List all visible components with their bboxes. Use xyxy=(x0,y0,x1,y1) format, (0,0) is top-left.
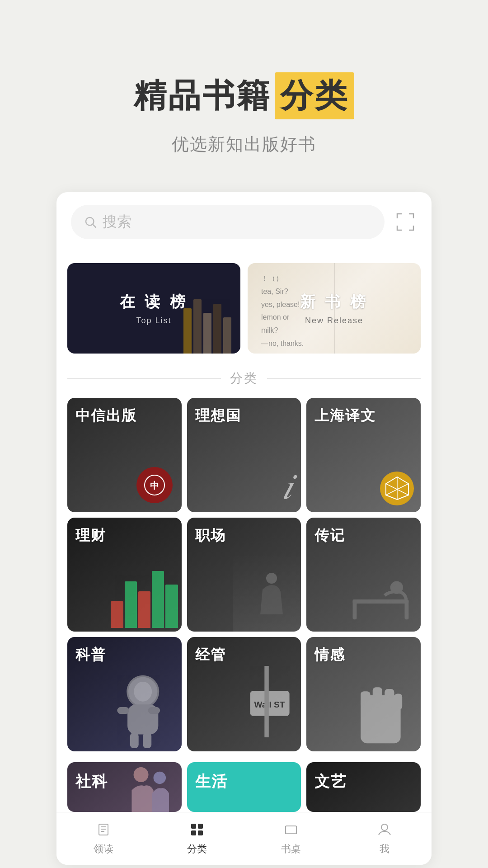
svg-rect-22 xyxy=(265,666,269,737)
licai-chart xyxy=(107,557,181,632)
svg-rect-27 xyxy=(394,694,403,710)
shanghai-emblem xyxy=(384,475,411,502)
zhuanji-decoration xyxy=(341,552,421,632)
nav-item-lingdu[interactable]: 领读 xyxy=(56,820,150,856)
banner-top-list[interactable]: 在 读 榜 Top List xyxy=(67,263,240,354)
category-wenyi[interactable]: 文艺 xyxy=(306,762,421,812)
shuzuo-icon xyxy=(283,821,299,838)
svg-point-8 xyxy=(266,573,277,584)
kepu-decoration xyxy=(96,666,181,751)
category-lixiangguo-label: 理想国 xyxy=(195,406,241,426)
category-kepu[interactable]: 科普 xyxy=(67,637,182,751)
books-decoration xyxy=(183,299,231,354)
svg-point-41 xyxy=(381,824,388,830)
search-placeholder-text: 搜索 xyxy=(103,212,131,232)
search-icon xyxy=(84,215,97,229)
category-zhuanji-label: 传记 xyxy=(314,526,345,546)
svg-line-1 xyxy=(93,225,96,228)
jingguan-decoration: Wall ST xyxy=(221,666,301,752)
title-part2-highlight: 分类 xyxy=(275,72,354,119)
banners-container: 在 读 榜 Top List ！（） tea, Sir? yes, please… xyxy=(56,252,432,361)
svg-rect-15 xyxy=(117,707,130,713)
nav-item-fenlei[interactable]: 分类 xyxy=(150,820,244,856)
user-icon xyxy=(376,821,393,838)
lixiangguo-decoration: 𝑖 xyxy=(282,466,292,508)
search-input[interactable]: 搜索 xyxy=(71,205,385,239)
svg-text:中: 中 xyxy=(150,481,159,491)
nav-icon-shuzuo xyxy=(281,820,301,840)
svg-rect-9 xyxy=(353,600,409,604)
category-qinggan[interactable]: 情感 xyxy=(306,637,421,751)
svg-rect-37 xyxy=(198,830,203,835)
zhichang-decoration xyxy=(233,552,301,632)
banner-top-list-title: 在 读 榜 xyxy=(120,292,188,312)
people-figure xyxy=(113,762,182,812)
zhongxin-logo: 中 xyxy=(136,467,173,503)
category-licai-label: 理财 xyxy=(75,526,106,546)
title-part1: 精品书籍 xyxy=(134,74,271,118)
search-bar: 搜索 xyxy=(56,192,432,252)
nav-icon-wo xyxy=(375,820,394,840)
banner-new-release-subtitle: New Release xyxy=(300,316,368,326)
nav-label-shuzuo: 书桌 xyxy=(281,842,301,856)
nav-icon-lingdu xyxy=(94,820,113,840)
bench-figure xyxy=(341,552,421,632)
svg-text:Wall ST: Wall ST xyxy=(254,699,285,709)
lingdu-icon xyxy=(95,821,112,838)
svg-point-28 xyxy=(134,767,149,782)
banner-top-list-subtitle: Top List xyxy=(120,316,188,326)
page-subtitle: 优选新知出版好书 xyxy=(0,133,488,156)
category-shenghuo[interactable]: 生活 xyxy=(187,762,301,812)
main-card: 搜索 在 读 xyxy=(56,192,432,865)
svg-rect-11 xyxy=(405,600,409,620)
svg-point-19 xyxy=(134,681,153,702)
svg-rect-35 xyxy=(198,824,203,829)
nav-item-shuzuo[interactable]: 书桌 xyxy=(244,820,338,856)
svg-rect-10 xyxy=(353,600,357,620)
zhichang-figure xyxy=(249,569,285,614)
svg-point-29 xyxy=(154,772,166,784)
svg-rect-17 xyxy=(130,732,139,748)
category-shenghuo-label: 生活 xyxy=(195,771,228,792)
category-zhichang[interactable]: 职场 xyxy=(187,518,301,632)
banner-new-release[interactable]: ！（） tea, Sir? yes, please! lemon or milk… xyxy=(248,263,421,354)
category-qinggan-label: 情感 xyxy=(314,645,345,665)
category-wenyi-label: 文艺 xyxy=(314,771,347,792)
banner-top-list-text: 在 读 榜 Top List xyxy=(120,292,188,326)
category-shanghai-label: 上海译文 xyxy=(314,406,376,426)
bottom-navigation: 领读 分类 书桌 xyxy=(56,812,432,865)
category-jingguan-label: 经管 xyxy=(195,645,226,665)
shanghai-coin xyxy=(380,472,414,505)
fist-figure xyxy=(341,671,421,751)
page-title: 精品书籍 分类 xyxy=(0,72,488,119)
astronaut-figure xyxy=(96,666,181,751)
qinggan-decoration xyxy=(341,671,421,751)
section-label-text: 分类 xyxy=(221,370,267,387)
categories-section-label: 分类 xyxy=(67,361,421,394)
svg-rect-25 xyxy=(373,688,382,708)
nav-item-wo[interactable]: 我 xyxy=(338,820,432,856)
scan-button[interactable] xyxy=(394,210,417,234)
category-zhongxin-label: 中信出版 xyxy=(75,406,137,426)
category-zhongxin[interactable]: 中信出版 中 xyxy=(67,398,182,512)
scan-icon xyxy=(394,211,416,233)
category-kepu-label: 科普 xyxy=(75,645,106,665)
nav-label-lingdu: 领读 xyxy=(94,842,113,856)
category-shanghai[interactable]: 上海译文 xyxy=(306,398,421,512)
fenlei-icon xyxy=(189,821,205,838)
svg-rect-38 xyxy=(286,826,296,833)
svg-rect-26 xyxy=(385,689,394,708)
nav-label-wo: 我 xyxy=(380,842,389,856)
category-sheke[interactable]: 社科 xyxy=(67,762,182,812)
nav-icon-fenlei xyxy=(187,820,207,840)
category-lixiangguo[interactable]: 理想国 𝑖 xyxy=(187,398,301,512)
categories-grid: 中信出版 中 理想国 𝑖 上海译文 xyxy=(56,394,432,762)
zhongxin-emblem: 中 xyxy=(143,474,166,496)
category-licai[interactable]: 理财 xyxy=(67,518,182,632)
wall-st-sign: Wall ST xyxy=(221,666,301,752)
category-jingguan[interactable]: 经管 Wall ST xyxy=(187,637,301,751)
svg-point-0 xyxy=(86,217,94,226)
svg-rect-36 xyxy=(191,830,196,835)
category-zhuanji[interactable]: 传记 xyxy=(306,518,421,632)
banner-new-release-text: 新 书 榜 New Release xyxy=(300,292,368,326)
